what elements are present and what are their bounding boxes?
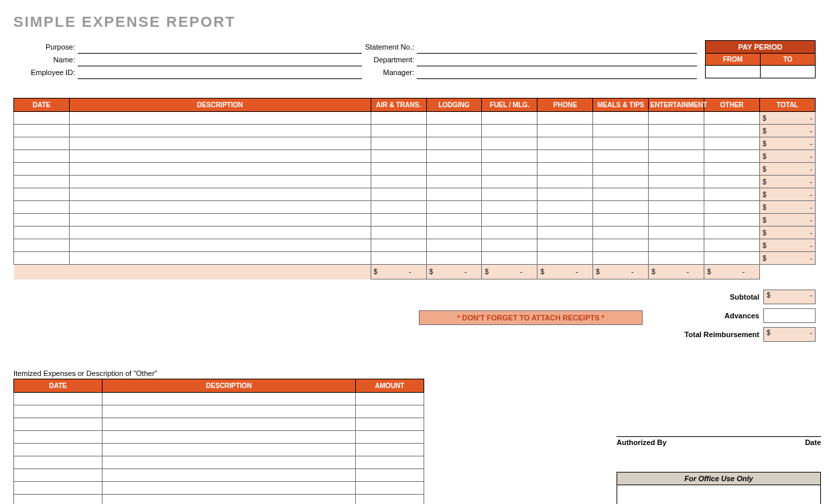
expense-cell[interactable] bbox=[69, 214, 371, 227]
expense-cell[interactable] bbox=[704, 176, 760, 188]
itemized-cell[interactable] bbox=[14, 393, 103, 405]
itemized-cell[interactable] bbox=[356, 469, 424, 482]
expense-cell[interactable] bbox=[482, 201, 537, 214]
expense-cell[interactable] bbox=[426, 125, 482, 137]
expense-cell[interactable] bbox=[14, 150, 70, 163]
expense-cell[interactable] bbox=[69, 163, 371, 176]
expense-cell[interactable] bbox=[704, 201, 760, 214]
expense-cell[interactable] bbox=[649, 214, 704, 227]
expense-cell[interactable] bbox=[593, 137, 649, 150]
itemized-cell[interactable] bbox=[103, 444, 356, 456]
expense-cell[interactable] bbox=[593, 201, 649, 214]
pay-period-from-value[interactable] bbox=[706, 66, 761, 78]
expense-cell[interactable] bbox=[371, 112, 426, 125]
itemized-cell[interactable] bbox=[14, 482, 103, 495]
expense-cell[interactable] bbox=[482, 252, 537, 265]
expense-cell[interactable] bbox=[704, 163, 760, 176]
itemized-cell[interactable] bbox=[103, 456, 356, 469]
expense-cell[interactable] bbox=[704, 227, 760, 239]
expense-cell[interactable] bbox=[371, 137, 426, 150]
expense-cell[interactable] bbox=[371, 125, 426, 137]
itemized-cell[interactable] bbox=[14, 431, 103, 444]
expense-cell[interactable] bbox=[69, 125, 371, 137]
expense-cell[interactable] bbox=[69, 188, 371, 201]
expense-cell[interactable] bbox=[371, 252, 426, 265]
expense-cell[interactable] bbox=[537, 163, 593, 176]
expense-cell[interactable] bbox=[537, 125, 593, 137]
expense-cell[interactable] bbox=[371, 214, 426, 227]
expense-cell[interactable] bbox=[537, 239, 593, 252]
expense-cell[interactable] bbox=[14, 239, 70, 252]
expense-cell[interactable] bbox=[593, 176, 649, 188]
expense-cell[interactable] bbox=[14, 252, 70, 265]
expense-cell[interactable] bbox=[649, 137, 704, 150]
expense-cell[interactable] bbox=[69, 201, 371, 214]
statement-no-input[interactable] bbox=[417, 43, 697, 54]
expense-cell[interactable] bbox=[649, 125, 704, 137]
expense-cell[interactable] bbox=[14, 176, 70, 188]
expense-cell[interactable] bbox=[537, 176, 593, 188]
pay-period-to-value[interactable] bbox=[761, 66, 815, 78]
department-input[interactable] bbox=[417, 56, 697, 66]
expense-cell[interactable] bbox=[649, 188, 704, 201]
itemized-cell[interactable] bbox=[14, 405, 103, 418]
expense-cell[interactable] bbox=[482, 125, 537, 137]
expense-cell[interactable] bbox=[649, 252, 704, 265]
expense-cell[interactable] bbox=[649, 227, 704, 239]
expense-cell[interactable] bbox=[371, 150, 426, 163]
expense-cell[interactable] bbox=[593, 188, 649, 201]
itemized-cell[interactable] bbox=[356, 405, 424, 418]
expense-cell[interactable] bbox=[704, 112, 760, 125]
expense-cell[interactable] bbox=[426, 188, 482, 201]
expense-cell[interactable] bbox=[69, 239, 371, 252]
expense-cell[interactable] bbox=[426, 150, 482, 163]
expense-cell[interactable] bbox=[704, 239, 760, 252]
expense-cell[interactable] bbox=[482, 176, 537, 188]
itemized-cell[interactable] bbox=[356, 444, 424, 456]
expense-cell[interactable] bbox=[14, 227, 70, 239]
itemized-cell[interactable] bbox=[103, 482, 356, 495]
expense-cell[interactable] bbox=[14, 188, 70, 201]
expense-cell[interactable] bbox=[426, 201, 482, 214]
itemized-cell[interactable] bbox=[14, 418, 103, 431]
expense-cell[interactable] bbox=[14, 163, 70, 176]
expense-cell[interactable] bbox=[426, 214, 482, 227]
expense-cell[interactable] bbox=[649, 112, 704, 125]
expense-cell[interactable] bbox=[371, 201, 426, 214]
expense-cell[interactable] bbox=[482, 188, 537, 201]
itemized-cell[interactable] bbox=[356, 495, 424, 505]
expense-cell[interactable] bbox=[69, 252, 371, 265]
expense-cell[interactable] bbox=[704, 188, 760, 201]
expense-cell[interactable] bbox=[482, 112, 537, 125]
expense-cell[interactable] bbox=[537, 137, 593, 150]
name-input[interactable] bbox=[78, 56, 362, 66]
expense-cell[interactable] bbox=[371, 176, 426, 188]
expense-cell[interactable] bbox=[704, 137, 760, 150]
itemized-cell[interactable] bbox=[103, 405, 356, 418]
expense-cell[interactable] bbox=[69, 137, 371, 150]
expense-cell[interactable] bbox=[482, 163, 537, 176]
itemized-cell[interactable] bbox=[356, 418, 424, 431]
expense-cell[interactable] bbox=[426, 112, 482, 125]
office-use-body[interactable] bbox=[617, 485, 820, 504]
expense-cell[interactable] bbox=[14, 214, 70, 227]
expense-cell[interactable] bbox=[593, 150, 649, 163]
manager-input[interactable] bbox=[417, 68, 697, 79]
expense-cell[interactable] bbox=[69, 227, 371, 239]
expense-cell[interactable] bbox=[649, 150, 704, 163]
itemized-cell[interactable] bbox=[356, 393, 424, 405]
expense-cell[interactable] bbox=[649, 239, 704, 252]
itemized-cell[interactable] bbox=[14, 469, 103, 482]
purpose-input[interactable] bbox=[78, 43, 362, 54]
expense-cell[interactable] bbox=[649, 163, 704, 176]
expense-cell[interactable] bbox=[482, 137, 537, 150]
expense-cell[interactable] bbox=[69, 112, 371, 125]
itemized-cell[interactable] bbox=[356, 482, 424, 495]
itemized-cell[interactable] bbox=[103, 431, 356, 444]
itemized-cell[interactable] bbox=[103, 469, 356, 482]
expense-cell[interactable] bbox=[537, 252, 593, 265]
expense-cell[interactable] bbox=[482, 239, 537, 252]
expense-cell[interactable] bbox=[537, 201, 593, 214]
itemized-cell[interactable] bbox=[103, 393, 356, 405]
expense-cell[interactable] bbox=[371, 227, 426, 239]
